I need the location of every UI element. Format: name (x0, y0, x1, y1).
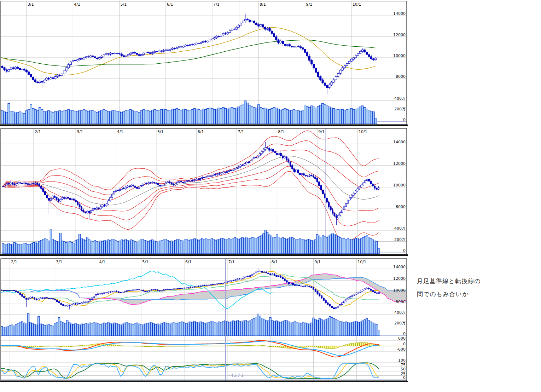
x-axis-month-label: 10/1 (359, 129, 367, 134)
chart-workspace: 3/14/15/16/17/18/19/110/1140001200010000… (0, 0, 541, 392)
y-axis-label: 0 (403, 375, 406, 380)
y-axis-label: 600 (398, 336, 406, 341)
crosshair-value-label: -4271 (228, 373, 244, 378)
y-axis-label: 0 (403, 332, 406, 336)
x-axis-month-label: 3/1 (56, 260, 63, 264)
annotation-line-2: 間でのもみ合いか (417, 288, 534, 301)
y-axis-label: -600 (397, 347, 406, 352)
y-axis-label: 10000 (393, 288, 406, 293)
y-axis-label: 400万 (394, 96, 406, 101)
y-axis-label: 10000 (393, 53, 406, 58)
x-axis-month-label: 3/1 (77, 129, 83, 134)
x-axis-month-label: 8/1 (272, 260, 278, 264)
panel-bottom-bar (0, 125, 408, 126)
y-axis-label: 0 (403, 342, 406, 346)
y-axis-label: 75 (401, 363, 406, 367)
x-axis-month-label: 3/1 (28, 2, 34, 7)
y-axis-label: 0 (403, 248, 406, 253)
annotation-note: 月足基準線と転換線の 間でのもみ合いか (417, 275, 534, 301)
x-axis-month-label: 6/1 (185, 260, 192, 264)
x-axis-month-label: 6/1 (167, 2, 173, 7)
panel-bottom-bar (0, 254, 408, 256)
y-axis-label: 100 (398, 358, 406, 363)
y-axis-label: 200万 (394, 107, 406, 111)
x-axis-month-label: 7/1 (213, 2, 220, 7)
annotation-line-1: 月足基準線と転換線の (417, 275, 534, 288)
y-axis-label: 14000 (393, 11, 406, 16)
stock-charts-svg: 3/14/15/16/17/18/19/110/1140001200010000… (0, 0, 541, 392)
panel-daily: 3/14/15/16/17/18/19/110/1140001200010000… (0, 1, 408, 126)
y-axis-label: 400万 (394, 310, 406, 315)
y-axis-label: 14000 (393, 265, 406, 269)
x-axis-month-label: 10/1 (353, 2, 361, 7)
y-axis-label: 12000 (393, 276, 406, 281)
x-axis-month-label: 9/1 (318, 129, 325, 134)
x-axis-month-label: 6/1 (198, 129, 204, 134)
x-axis-month-label: 10/1 (357, 260, 366, 264)
x-axis-month-label: 4/1 (117, 129, 123, 134)
y-axis-label: 12000 (393, 33, 406, 37)
x-axis-month-label: 5/1 (142, 260, 149, 264)
x-axis-month-label: 5/1 (121, 2, 127, 7)
panel-bollinger: 2/13/14/15/16/17/18/19/110/1140001200010… (0, 128, 408, 256)
y-axis-label: 8000 (396, 74, 406, 79)
x-axis-month-label: 5/1 (157, 129, 164, 134)
y-axis-label: 8000 (396, 300, 406, 304)
y-axis-label: 10000 (393, 183, 406, 188)
x-axis-month-label: 4/1 (99, 260, 105, 264)
x-axis-month-label: 2/1 (11, 260, 17, 264)
panel-ichimoku: 2/13/14/15/16/17/18/19/110/1140001200010… (0, 259, 412, 382)
x-axis-month-label: 8/1 (260, 2, 266, 7)
y-axis-label: 400万 (394, 226, 406, 231)
x-axis-month-label: 4/1 (74, 2, 80, 7)
y-axis-label: 200万 (394, 321, 406, 325)
x-axis-month-label: 2/1 (35, 129, 41, 134)
x-axis-month-label: 7/1 (238, 129, 244, 134)
panel-bollinger-plot[interactable] (1, 128, 407, 254)
x-axis-month-label: 9/1 (314, 260, 321, 264)
y-axis-label: 50 (401, 367, 406, 371)
y-axis-label: 200万 (394, 237, 406, 242)
x-axis-month-label: 8/1 (278, 129, 284, 134)
panel-daily-plot[interactable] (1, 1, 407, 125)
y-axis-label: 12000 (393, 161, 406, 166)
y-axis-label: 14000 (393, 140, 406, 144)
panel-bottom-bar (0, 381, 408, 382)
y-axis-label: 0 (403, 117, 406, 122)
x-axis-month-label: 9/1 (306, 2, 313, 7)
x-axis-month-label: 7/1 (228, 260, 235, 264)
y-axis-label: 8000 (396, 204, 406, 209)
